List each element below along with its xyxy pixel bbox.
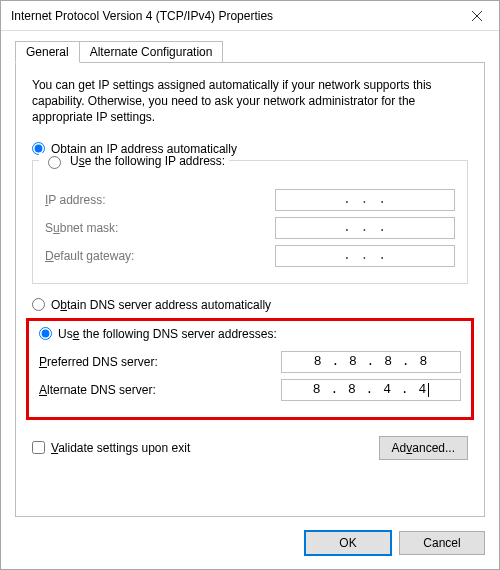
tabstrip: General Alternate Configuration	[15, 39, 485, 63]
radio-use-following-dns[interactable]	[39, 327, 52, 340]
radio-obtain-dns-auto[interactable]	[32, 298, 45, 311]
checkbox-row-validate[interactable]: Validate settings upon exit	[32, 441, 190, 455]
radio-row-use-following-ip[interactable]: Use the following IP address:	[39, 153, 229, 169]
label-default-gateway: Default gateway:	[45, 249, 134, 263]
label-subnet-mask: Subnet mask:	[45, 221, 118, 235]
content-area: General Alternate Configuration You can …	[1, 31, 499, 521]
group-ip-manual: Use the following IP address: IP address…	[32, 160, 468, 284]
checkbox-validate[interactable]	[32, 441, 45, 454]
radio-use-following-dns-label: Use the following DNS server addresses:	[58, 327, 277, 341]
radio-use-following-ip-label: Use the following IP address:	[70, 154, 225, 168]
input-ip-address: . . .	[275, 189, 455, 211]
row-preferred-dns: Preferred DNS server: 8 . 8 . 8 . 8	[39, 351, 461, 373]
checkbox-validate-label: Validate settings upon exit	[51, 441, 190, 455]
dialog-window: Internet Protocol Version 4 (TCP/IPv4) P…	[0, 0, 500, 570]
row-subnet-mask: Subnet mask: . . .	[45, 217, 455, 239]
row-alternate-dns: Alternate DNS server: 8 . 8 . 4 . 4	[39, 379, 461, 401]
tab-general[interactable]: General	[15, 41, 80, 63]
radio-obtain-dns-auto-label: Obtain DNS server address automatically	[51, 298, 271, 312]
tab-panel-general: You can get IP settings assigned automat…	[15, 63, 485, 517]
radio-row-obtain-dns-auto[interactable]: Obtain DNS server address automatically	[32, 294, 468, 316]
window-title: Internet Protocol Version 4 (TCP/IPv4) P…	[11, 9, 273, 23]
input-subnet-mask: . . .	[275, 217, 455, 239]
radio-use-following-ip[interactable]	[48, 156, 61, 169]
highlight-dns-section: Use the following DNS server addresses: …	[26, 318, 474, 420]
ok-button[interactable]: OK	[305, 531, 391, 555]
row-default-gateway: Default gateway: . . .	[45, 245, 455, 267]
close-button[interactable]	[454, 1, 499, 31]
tab-alternate-configuration[interactable]: Alternate Configuration	[79, 41, 224, 63]
input-alternate-dns[interactable]: 8 . 8 . 4 . 4	[281, 379, 461, 401]
advanced-button[interactable]: Advanced...	[379, 436, 468, 460]
cancel-button[interactable]: Cancel	[399, 531, 485, 555]
titlebar: Internet Protocol Version 4 (TCP/IPv4) P…	[1, 1, 499, 31]
label-preferred-dns: Preferred DNS server:	[39, 355, 158, 369]
close-icon	[472, 11, 482, 21]
row-ip-address: IP address: . . .	[45, 189, 455, 211]
dialog-footer: OK Cancel	[1, 521, 499, 569]
radio-row-use-following-dns[interactable]: Use the following DNS server addresses:	[39, 327, 461, 345]
input-default-gateway: . . .	[275, 245, 455, 267]
label-alternate-dns: Alternate DNS server:	[39, 383, 156, 397]
text-caret	[428, 383, 429, 397]
description-text: You can get IP settings assigned automat…	[32, 77, 468, 126]
bottom-row: Validate settings upon exit Advanced...	[32, 436, 468, 460]
input-preferred-dns[interactable]: 8 . 8 . 8 . 8	[281, 351, 461, 373]
label-ip-address: IP address:	[45, 193, 106, 207]
